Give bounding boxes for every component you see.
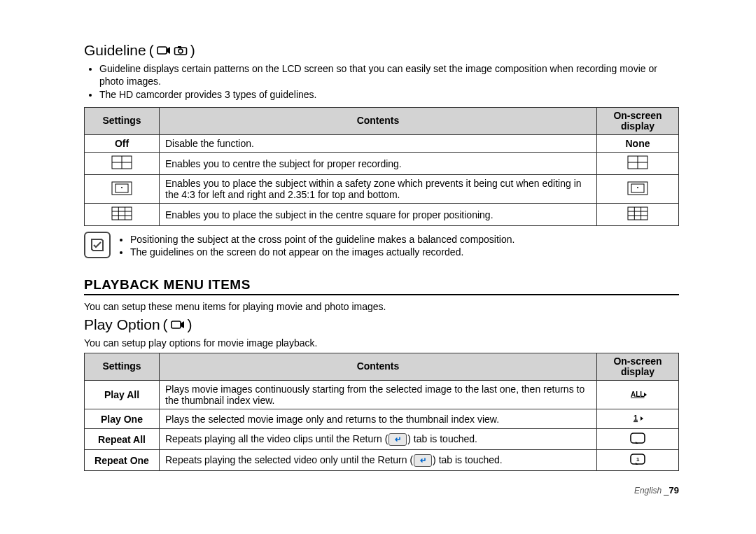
svg-rect-23 xyxy=(628,207,648,220)
footer-lang: English xyxy=(634,486,662,496)
table-row: Enables you to place the subject within … xyxy=(85,175,679,204)
osd-cell: ALL xyxy=(597,381,679,409)
svg-point-3 xyxy=(178,49,183,53)
osd-cell xyxy=(597,153,679,175)
svg-rect-0 xyxy=(158,47,167,54)
play-repeat-one-icon: 1 xyxy=(629,453,646,468)
content-cell: Repeats playing all the video clips unti… xyxy=(160,429,597,450)
content-cell: Enables you to place the subject within … xyxy=(160,175,597,204)
svg-rect-2 xyxy=(178,46,181,48)
note-block: Positioning the subject at the cross poi… xyxy=(84,233,679,258)
paren-open-2: ( xyxy=(163,316,168,333)
osd-cell: 1 xyxy=(597,450,679,471)
movie-mode-icon xyxy=(171,319,185,330)
note-1: Positioning the subject at the cross poi… xyxy=(130,233,514,246)
th-contents: Contents xyxy=(160,107,597,135)
footer-sep: _ xyxy=(664,485,668,496)
play-one-icon: 1 xyxy=(629,412,647,426)
osd-cell xyxy=(597,175,679,204)
table-row: Repeat AllRepeats playing all the video … xyxy=(85,429,679,450)
paren-close: ) xyxy=(190,42,195,59)
guideline-cross-icon xyxy=(627,155,648,171)
setting-cell: Play One xyxy=(85,409,160,429)
content-cell: Plays the selected movie image only and … xyxy=(160,409,597,429)
play-option-heading: Play Option ( ) xyxy=(84,316,679,333)
setting-cell: Off xyxy=(85,135,160,153)
playback-intro: You can setup these menu items for playi… xyxy=(84,301,679,312)
photo-mode-icon xyxy=(174,45,188,56)
table-row: Play OnePlays the selected movie image o… xyxy=(85,409,679,429)
svg-rect-28 xyxy=(172,321,181,328)
setting-cell: Repeat One xyxy=(85,450,160,471)
osd-cell: None xyxy=(597,135,679,153)
paren-open: ( xyxy=(149,42,154,59)
play-option-table: Settings Contents On-screen display Play… xyxy=(84,353,679,472)
note-icon xyxy=(84,232,111,258)
footer-page: 79 xyxy=(669,485,679,496)
content-cell: Disable the function. xyxy=(160,135,597,153)
manual-page: Guideline ( ) Guideline displays certain… xyxy=(0,0,756,517)
guideline-grid-icon xyxy=(627,206,648,223)
return-icon xyxy=(388,433,407,446)
table-row: Repeat OneRepeats playing the selected v… xyxy=(85,450,679,471)
table-row: OffDisable the function.None xyxy=(85,135,679,153)
guideline-grid-icon xyxy=(111,206,132,223)
th-contents: Contents xyxy=(160,353,597,381)
paren-close-2: ) xyxy=(188,316,192,333)
play-option-title: Play Option xyxy=(84,316,160,333)
osd-cell: 1 xyxy=(597,409,679,429)
svg-text:1: 1 xyxy=(634,414,638,422)
content-cell: Enables you to place the subject in the … xyxy=(160,204,597,226)
setting-cell xyxy=(85,204,160,226)
play-repeat-all-icon xyxy=(629,432,646,447)
guideline-safety-icon xyxy=(111,181,132,197)
svg-rect-31 xyxy=(631,433,645,443)
table-row: Enables you to place the subject in the … xyxy=(85,204,679,226)
setting-cell: Repeat All xyxy=(85,429,160,450)
setting-cell xyxy=(85,153,160,175)
guideline-table: Settings Contents On-screen display OffD… xyxy=(84,107,679,227)
play-all-icon: ALL xyxy=(629,388,647,402)
svg-text:1: 1 xyxy=(636,456,640,463)
guideline-cross-icon xyxy=(111,155,132,171)
note-2: The guidelines on the screen do not appe… xyxy=(130,246,514,258)
osd-cell xyxy=(597,429,679,450)
playback-section-title: PLAYBACK MENU ITEMS xyxy=(84,277,679,295)
guideline-bullet-2: The HD camcorder provides 3 types of gui… xyxy=(99,89,679,101)
svg-rect-18 xyxy=(112,207,132,220)
guideline-bullets: Guideline displays certain patterns on t… xyxy=(92,63,679,101)
th-osd: On-screen display xyxy=(597,353,679,381)
guideline-heading: Guideline ( ) xyxy=(84,42,679,59)
return-icon xyxy=(414,454,432,467)
svg-text:ALL: ALL xyxy=(631,391,644,398)
setting-cell xyxy=(85,175,160,204)
th-settings: Settings xyxy=(85,107,160,135)
osd-cell xyxy=(597,204,679,226)
setting-cell: Play All xyxy=(85,381,160,409)
th-settings: Settings xyxy=(85,353,160,381)
content-cell: Plays movie images continuously starting… xyxy=(160,381,597,409)
movie-mode-icon xyxy=(157,45,171,56)
page-footer: English_79 xyxy=(84,485,679,496)
table-row: Enables you to centre the subject for pr… xyxy=(85,153,679,175)
content-cell: Repeats playing the selected video only … xyxy=(160,450,597,471)
guideline-bullet-1: Guideline displays certain patterns on t… xyxy=(99,63,679,87)
guideline-safety-icon xyxy=(627,181,648,197)
guideline-title: Guideline xyxy=(84,42,146,59)
play-option-intro: You can setup play options for movie ima… xyxy=(84,337,679,349)
th-osd: On-screen display xyxy=(597,107,679,135)
content-cell: Enables you to centre the subject for pr… xyxy=(160,153,597,175)
note-list: Positioning the subject at the cross poi… xyxy=(118,233,514,258)
table-row: Play AllPlays movie images continuously … xyxy=(85,381,679,409)
